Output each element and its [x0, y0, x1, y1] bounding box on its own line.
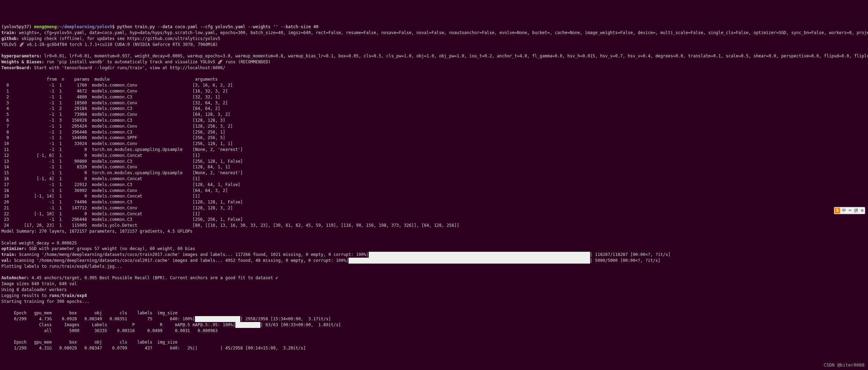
github-label: github: [1, 36, 19, 41]
all-metrics-line: all 5000 36335 0.00316 0.0499 0.0031 0.0… [1, 328, 218, 333]
val-scan-line: Scanning '/home/meng/deeplearning/datase… [11, 258, 349, 263]
start-training: Starting training for 300 epochs... [1, 299, 89, 304]
model-row: 17 -1 1 22912 models.common.C3 [128, 64,… [1, 182, 268, 187]
train-scan-end: | 118287/118287 [00:00<?, ?it/s] [590, 252, 671, 257]
model-row: 23 -1 1 296448 models.common.C3 [256, 25… [1, 217, 268, 222]
ime-pinyin[interactable]: 拼 [853, 208, 859, 214]
epoch-line-post: | 2958/2958 [15:34<00:00, 3.17it/s] [240, 316, 331, 321]
train-scan-line: Scanning '/home/meng/deeplearning/datase… [16, 252, 368, 257]
val-scan-label: val: [1, 258, 11, 263]
progress-bar [195, 316, 240, 322]
dataloader-workers: Using 8 dataloader workers [1, 287, 67, 292]
model-row: 16 [-1, 4] 1 0 models.common.Concat [1] [1, 176, 268, 181]
model-row: 22 [-1, 10] 1 0 models.common.Concat [1] [1, 211, 268, 216]
model-row: 15 -1 1 0 torch.nn.modules.upsampling.Up… [1, 170, 268, 175]
class-line: Class Images Labels P R mAP@.5 mAP@.5:.9… [1, 322, 235, 327]
model-row: 0 -1 1 1760 models.common.Conv [3, 16, 6… [1, 83, 268, 88]
yolov5-version: YOLOv5 🚀 v6.1-28-gc6b4f84 torch 1.7.1+cu… [1, 42, 218, 47]
model-row: 14 -1 1 8320 models.common.Conv [128, 64… [1, 164, 268, 169]
train-label: train: [1, 30, 16, 35]
wandb-line: run 'pip install wandb' to automatically… [44, 59, 271, 64]
model-row: 13 -1 1 90880 models.common.C3 [256, 128… [1, 159, 268, 164]
model-row: 9 -1 1 164608 models.common.SPPF [256, 2… [1, 135, 268, 140]
model-row: 10 -1 1 33024 models.common.Conv [256, 1… [1, 141, 268, 146]
ime-toolbar[interactable]: S 中 ⌨ 拼 ⚙ [834, 207, 865, 214]
model-row: 2 -1 1 4800 models.common.C3 [32, 32, 1] [1, 95, 268, 99]
model-row: 1 -1 1 4672 models.common.Conv [16, 32, … [1, 89, 268, 94]
model-summary: Model Summary: 270 layers, 1872157 param… [1, 229, 193, 234]
train-args: weights=, cfg=yolov5n.yaml, data=coco.ya… [16, 30, 868, 35]
gear-icon[interactable]: ⚙ [860, 208, 865, 214]
model-row: 7 -1 1 295424 models.common.Conv [128, 2… [1, 124, 268, 129]
prompt-dollar: $ [112, 24, 115, 29]
optimizer-label: optimizer: [1, 246, 26, 251]
model-row: 19 [-1, 14] 1 0 models.common.Concat [1] [1, 194, 268, 199]
model-row: 11 -1 1 0 torch.nn.modules.upsampling.Up… [1, 147, 268, 152]
progress-bar [369, 252, 590, 258]
model-header: from n params module arguments [1, 77, 271, 82]
plotting-line: Plotting labels to runs/train/exp8/label… [1, 264, 122, 269]
tensorboard-line: Start with 'tensorboard --logdir runs/tr… [32, 65, 225, 70]
hyper-line: lr0=0.01, lrf=0.01, momentum=0.937, weig… [42, 54, 868, 58]
autoanchor-label: AutoAnchor: [1, 275, 29, 280]
model-row: 18 -1 1 36992 models.common.Conv [64, 64… [1, 188, 268, 193]
model-row: 8 -1 1 296448 models.common.C3 [256, 256… [1, 130, 268, 135]
wandb-label: Weights & Biases: [1, 59, 44, 64]
epoch-line: 0/299 4.73G 0.0928 0.08349 0.08351 75 64… [1, 316, 195, 321]
scaled-weight-decay: Scaled weight_decay = 0.000625 [1, 241, 77, 246]
watermark-text: CSDN @biter0088 [824, 362, 865, 368]
prompt-env: (yolov5py37) [1, 24, 32, 29]
image-sizes: Image sizes 640 train, 640 val [1, 281, 77, 286]
ime-lang[interactable]: 中 [841, 208, 847, 214]
model-row: 12 [-1, 6] 1 0 models.common.Concat [1] [1, 153, 268, 158]
model-row: 24 [17, 20, 23] 1 115005 models.yolo.Det… [1, 223, 459, 228]
github-line: skipping check (offline), for updates se… [19, 36, 220, 41]
model-row: 20 -1 1 74496 models.common.C3 [128, 128… [1, 200, 268, 204]
sogou-logo-icon[interactable]: S [835, 208, 840, 214]
train-scan-label: train: [1, 252, 16, 257]
class-line-post: | 63/63 [00:33<00:00, 1.89it/s] [260, 322, 341, 327]
epoch-header: Epoch gpu_mem box obj cls labels img_siz… [1, 311, 178, 315]
val-scan-end: | 5000/5000 [00:00<?, ?it/s] [590, 258, 660, 263]
autoanchor-line: 4.45 anchors/target, 0.995 Best Possible… [29, 275, 278, 280]
logging-path: runs/train/exp8 [49, 293, 87, 298]
model-row: 3 -1 1 18560 models.common.Conv [32, 64,… [1, 100, 268, 105]
command-text: python train.py --data coco.yaml --cfg y… [117, 24, 318, 29]
prompt-path: ~/deeplearning/yolov5 [59, 24, 112, 29]
tensorboard-label: TensorBoard: [1, 65, 32, 70]
keyboard-icon[interactable]: ⌨ [848, 208, 852, 214]
logging-pre: Logging results to [1, 293, 49, 298]
model-row: 6 -1 3 156928 models.common.C3 [128, 128… [1, 118, 268, 123]
terminal-output[interactable]: (yolov5py37) meng@meng:~/deeplearning/yo… [1, 24, 867, 351]
epoch-header: Epoch gpu_mem box obj cls labels img_siz… [1, 340, 178, 345]
progress-bar [235, 322, 260, 328]
optimizer-line: SGD with parameter groups 57 weight (no … [26, 246, 195, 251]
progress-bar [349, 258, 590, 264]
prompt-user: meng@meng [34, 24, 57, 29]
model-row: 4 -1 2 29184 models.common.C3 [64, 64, 2… [1, 106, 268, 111]
epoch-line: 1/299 4.31G 0.08029 0.08347 0.0799 437 6… [1, 346, 306, 351]
model-row: 5 -1 1 73984 models.common.Conv [64, 128… [1, 112, 268, 117]
model-row: 21 -1 1 147712 models.common.Conv [128, … [1, 206, 268, 210]
hyper-label: hyperparameters: [1, 54, 42, 58]
